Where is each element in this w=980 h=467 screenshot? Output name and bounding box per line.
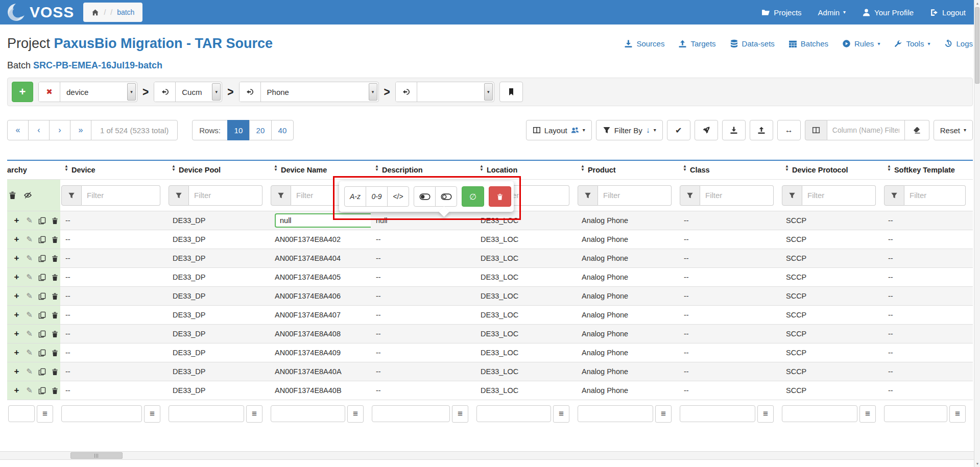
cell-product[interactable]: Analog Phone — [577, 273, 679, 281]
cell-description[interactable]: -- — [371, 311, 475, 319]
project-nav-tools[interactable]: Tools▾ — [894, 39, 930, 48]
toggle-on-button[interactable] — [414, 186, 436, 207]
column-menu-button[interactable]: ≡ — [144, 405, 160, 423]
column-menu-button[interactable]: ≡ — [553, 405, 569, 423]
toggle-off-button[interactable] — [435, 186, 457, 207]
cell-device[interactable]: -- — [60, 330, 168, 338]
remove-model-button[interactable]: ✖ — [39, 82, 60, 102]
cell-device-pool[interactable]: DE33_DP — [168, 273, 270, 281]
project-nav-sources[interactable]: Sources — [624, 39, 664, 48]
cell-location[interactable]: DE33_LOC — [475, 330, 577, 338]
sort-icon[interactable]: ▲▼ — [581, 166, 585, 174]
sort-icon[interactable]: ▲▼ — [172, 166, 176, 174]
sort-icon[interactable]: ▲▼ — [64, 166, 68, 174]
column-header-description[interactable]: ▲▼Description — [371, 166, 475, 174]
column-filter-input-device-protocol[interactable] — [802, 185, 876, 206]
code-button[interactable]: </> — [387, 186, 409, 207]
numeric-button[interactable]: 0-9 — [366, 186, 388, 207]
sort-icon[interactable]: ▲▼ — [887, 166, 891, 174]
rows-per-page-40[interactable]: 40 — [271, 120, 294, 140]
brand[interactable]: VOSS — [6, 2, 74, 23]
delete-row-button[interactable] — [51, 367, 59, 376]
project-nav-data-sets[interactable]: Data-sets — [730, 39, 775, 48]
cell-device-protocol[interactable]: SCCP — [781, 216, 883, 225]
footer-input-archy[interactable] — [8, 405, 35, 422]
rows-per-page-10[interactable]: 10 — [227, 120, 250, 140]
prev-page-button[interactable]: ‹ — [28, 120, 50, 140]
model-select-2[interactable]: Phone▾ — [261, 82, 378, 102]
cell-location[interactable]: DE33_LOC — [475, 367, 577, 376]
cell-device-protocol[interactable]: SCCP — [781, 273, 883, 281]
add-row-button[interactable]: + — [12, 330, 21, 338]
model-select-0[interactable]: device▾ — [60, 82, 137, 102]
add-row-button[interactable]: + — [12, 254, 21, 263]
add-row-button[interactable]: + — [12, 386, 21, 395]
cell-description[interactable]: null — [371, 216, 475, 225]
cell-device-protocol[interactable]: SCCP — [781, 254, 883, 262]
add-row-button[interactable]: + — [12, 235, 21, 244]
edit-row-button[interactable]: ✎ — [25, 386, 34, 395]
vertical-scrollbar-thumb[interactable] — [975, 7, 979, 84]
delete-row-button[interactable] — [51, 311, 59, 319]
column-menu-button[interactable]: ≡ — [452, 405, 468, 423]
import-model-button[interactable] — [240, 82, 261, 102]
cell-device-name[interactable]: AN00F1374E8A407 — [270, 311, 371, 319]
scroll-down-arrow[interactable]: ▼ — [974, 460, 980, 467]
cell-softkey-template[interactable]: -- — [883, 367, 973, 376]
navbar-link-projects[interactable]: Projects — [761, 8, 801, 17]
navbar-link-your-profile[interactable]: Your Profile — [862, 8, 914, 17]
column-name-filter-input[interactable] — [827, 120, 905, 140]
column-header-device[interactable]: ▲▼Device — [60, 166, 168, 174]
cell-softkey-template[interactable]: -- — [883, 349, 973, 357]
cell-class[interactable]: -- — [679, 273, 781, 281]
first-page-button[interactable]: « — [7, 120, 29, 140]
cell-device-pool[interactable]: DE33_DP — [168, 311, 270, 319]
cell-location[interactable]: DE33_LOC — [475, 292, 577, 300]
delete-row-button[interactable] — [51, 386, 59, 395]
cell-softkey-template[interactable]: -- — [883, 273, 973, 281]
vertical-scrollbar[interactable]: ▲ ▼ — [974, 0, 980, 467]
copy-row-button[interactable] — [38, 216, 46, 225]
horizontal-scrollbar[interactable] — [0, 451, 974, 460]
delete-row-button[interactable] — [51, 330, 59, 338]
cell-class[interactable]: -- — [679, 311, 781, 319]
project-nav-logs[interactable]: Logs — [944, 39, 973, 48]
cell-location[interactable]: DE33_LOC — [475, 311, 577, 319]
cell-description[interactable]: -- — [371, 330, 475, 338]
reset-button[interactable]: Reset ▾ — [934, 120, 973, 140]
bulk-delete-icon[interactable] — [8, 191, 17, 200]
cell-description[interactable]: -- — [371, 367, 475, 376]
column-filter-input-softkey-template[interactable] — [904, 185, 966, 206]
cell-device-pool[interactable]: DE33_DP — [168, 292, 270, 300]
cell-product[interactable]: Analog Phone — [577, 254, 679, 262]
cell-device-pool[interactable]: DE33_DP — [168, 254, 270, 262]
cell-softkey-template[interactable]: -- — [883, 235, 973, 243]
model-select-3[interactable]: ▾ — [417, 82, 494, 102]
cell-product[interactable]: Analog Phone — [577, 386, 679, 395]
cell-class[interactable]: -- — [679, 386, 781, 395]
footer-input-softkey-template[interactable] — [884, 405, 947, 422]
cell-product[interactable]: Analog Phone — [577, 367, 679, 376]
cell-location[interactable]: DE33_LOC — [475, 349, 577, 357]
cell-device-protocol[interactable]: SCCP — [781, 292, 883, 300]
cell-description[interactable]: -- — [371, 386, 475, 395]
cell-product[interactable]: Analog Phone — [577, 311, 679, 319]
cell-device-name[interactable]: AN00F1374E8A409 — [270, 349, 371, 357]
cell-class[interactable]: -- — [679, 349, 781, 357]
navbar-link-admin[interactable]: Admin▾ — [818, 8, 846, 17]
cell-class[interactable]: -- — [679, 216, 781, 225]
cell-device[interactable]: -- — [60, 349, 168, 357]
sort-icon[interactable]: ▲▼ — [683, 166, 687, 174]
cell-softkey-template[interactable]: -- — [883, 311, 973, 319]
column-header-product[interactable]: ▲▼Product — [577, 166, 679, 174]
copy-row-button[interactable] — [38, 349, 46, 357]
cell-softkey-template[interactable]: -- — [883, 386, 973, 395]
copy-row-button[interactable] — [38, 273, 46, 282]
cell-location[interactable]: DE33_LOC — [475, 216, 577, 225]
delete-value-button[interactable] — [489, 186, 511, 207]
delete-row-button[interactable] — [51, 292, 59, 301]
column-header-location[interactable]: ▲▼Location — [475, 166, 577, 174]
cell-device-protocol[interactable]: SCCP — [781, 311, 883, 319]
cell-location[interactable]: DE33_LOC — [475, 235, 577, 243]
cell-device-name[interactable]: AN00F1374E8A402 — [270, 235, 371, 243]
